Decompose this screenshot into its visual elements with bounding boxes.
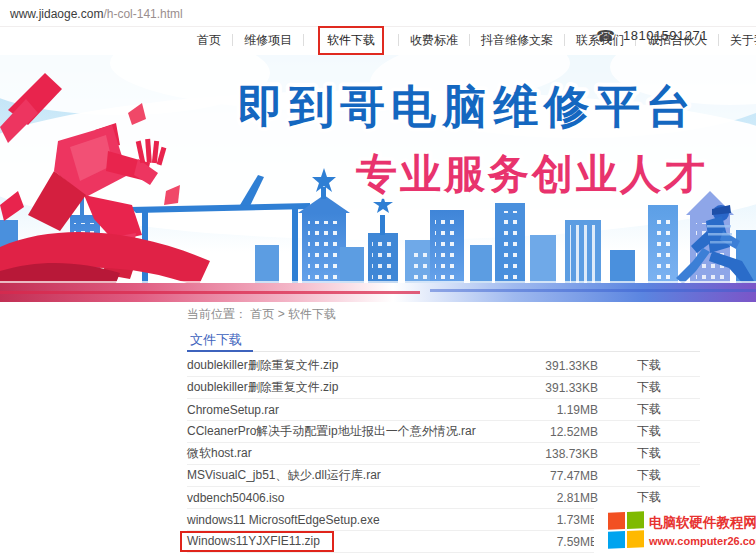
watermark-site-url: www.computer26.com bbox=[649, 535, 756, 547]
banner-subtitle: 专业服务创业人才 bbox=[355, 151, 708, 197]
file-name-text: windows11 MicrosoftEdgeSetup.exe bbox=[187, 513, 380, 527]
tab-divider bbox=[187, 351, 700, 352]
table-row: MSVisualC_jb51、缺少.dll运行库.rar 77.47MB 下载 bbox=[187, 465, 700, 487]
file-name-text: ChromeSetup.rar bbox=[187, 403, 279, 417]
nav-item[interactable]: 软件下载 bbox=[318, 26, 384, 55]
download-link[interactable]: 下载 bbox=[598, 401, 700, 418]
file-size: 2.81MB bbox=[478, 491, 598, 505]
file-name: vdbench50406.iso bbox=[187, 491, 478, 505]
file-name: windows11 MicrosoftEdgeSetup.exe bbox=[187, 513, 478, 527]
download-link[interactable]: 下载 bbox=[598, 379, 700, 396]
page: www.jidaoge.com/h-col-141.html 首页维修项目软件下… bbox=[0, 0, 756, 556]
file-name: 微软host.rar bbox=[187, 445, 478, 462]
breadcrumb: 当前位置： 首页 > 软件下载 bbox=[187, 306, 336, 323]
file-name: MSVisualC_jb51、缺少.dll运行库.rar bbox=[187, 467, 478, 484]
nav-separator bbox=[564, 34, 565, 46]
nav-separator bbox=[303, 34, 304, 46]
nav-item[interactable]: 收费标准 bbox=[408, 32, 460, 49]
file-size: 77.47MB bbox=[478, 469, 598, 483]
nav-separator bbox=[232, 34, 233, 46]
file-name-text: MSVisualC_jb51、缺少.dll运行库.rar bbox=[187, 467, 381, 484]
download-link[interactable]: 下载 bbox=[598, 467, 700, 484]
banner-title: 即到哥电脑维修平台 bbox=[238, 81, 697, 132]
file-size: 7.59MB bbox=[478, 535, 598, 549]
table-row: 微软host.rar 138.73KB 下载 bbox=[187, 443, 700, 465]
nav-item[interactable]: 关于我们 bbox=[728, 32, 756, 49]
breadcrumb-prefix: 当前位置： bbox=[187, 307, 247, 321]
url-path: /h-col-141.html bbox=[103, 7, 182, 21]
download-link[interactable]: 下载 bbox=[598, 357, 700, 374]
banner-illustration: 即到哥电脑维修平台 专业服务创业人才 bbox=[0, 55, 756, 302]
nav-separator bbox=[718, 34, 719, 46]
file-size: 1.19MB bbox=[478, 403, 598, 417]
phone-number: 18101591271 bbox=[623, 28, 708, 43]
page-url: www.jidaoge.com/h-col-141.html bbox=[10, 7, 183, 21]
contact-phone: ☎ 18101591271 bbox=[596, 28, 708, 43]
nav-item[interactable]: 抖音维修文案 bbox=[479, 32, 555, 49]
table-row: doublekiller删除重复文件.zip 391.33KB 下载 bbox=[187, 377, 700, 399]
file-size: 391.33KB bbox=[478, 381, 598, 395]
file-name: CCleanerPro解决手动配置ip地址报出一个意外情况.rar bbox=[187, 423, 478, 440]
file-name-text: doublekiller删除重复文件.zip bbox=[187, 379, 338, 396]
file-size: 391.33KB bbox=[478, 359, 598, 373]
file-name: Windows11YJXFIE11.zip bbox=[187, 534, 478, 549]
browser-url-bar: www.jidaoge.com/h-col-141.html bbox=[0, 0, 756, 27]
nav-item[interactable]: 首页 bbox=[195, 32, 223, 49]
file-size: 1.73MB bbox=[478, 513, 598, 527]
download-link[interactable]: 下载 bbox=[598, 445, 700, 462]
file-name: doublekiller删除重复文件.zip bbox=[187, 379, 478, 396]
file-name: doublekiller删除重复文件.zip bbox=[187, 357, 478, 374]
file-name-text: vdbench50406.iso bbox=[187, 491, 284, 505]
tab-file-download[interactable]: 文件下载 bbox=[190, 331, 242, 349]
breadcrumb-home[interactable]: 首页 bbox=[250, 307, 274, 321]
table-row: CCleanerPro解决手动配置ip地址报出一个意外情况.rar 12.52M… bbox=[187, 421, 700, 443]
site-watermark: 电脑软硬件教程网 www.computer26.com bbox=[594, 504, 756, 556]
hero-banner: 即到哥电脑维修平台 专业服务创业人才 bbox=[0, 55, 756, 302]
file-name-text: CCleanerPro解决手动配置ip地址报出一个意外情况.rar bbox=[187, 423, 476, 440]
watermark-site-name: 电脑软硬件教程网 bbox=[649, 514, 756, 532]
tab-active-underline bbox=[187, 350, 253, 352]
file-name-text: 微软host.rar bbox=[187, 445, 252, 462]
nav-item[interactable]: 维修项目 bbox=[242, 32, 294, 49]
download-link[interactable]: 下载 bbox=[598, 423, 700, 440]
url-host: www.jidaoge.com bbox=[10, 7, 103, 21]
nav-separator bbox=[469, 34, 470, 46]
file-name: ChromeSetup.rar bbox=[187, 403, 478, 417]
table-row: doublekiller删除重复文件.zip 391.33KB 下载 bbox=[187, 355, 700, 377]
file-name-text: doublekiller删除重复文件.zip bbox=[187, 357, 338, 374]
breadcrumb-separator: > bbox=[278, 307, 285, 321]
windows-logo-icon bbox=[608, 511, 644, 548]
phone-icon: ☎ bbox=[596, 28, 615, 43]
file-size: 12.52MB bbox=[478, 425, 598, 439]
table-row: ChromeSetup.rar 1.19MB 下载 bbox=[187, 399, 700, 421]
file-size: 138.73KB bbox=[478, 447, 598, 461]
nav-separator bbox=[398, 34, 399, 46]
breadcrumb-current[interactable]: 软件下载 bbox=[288, 307, 336, 321]
file-name-text: Windows11YJXFIE11.zip bbox=[180, 531, 334, 552]
